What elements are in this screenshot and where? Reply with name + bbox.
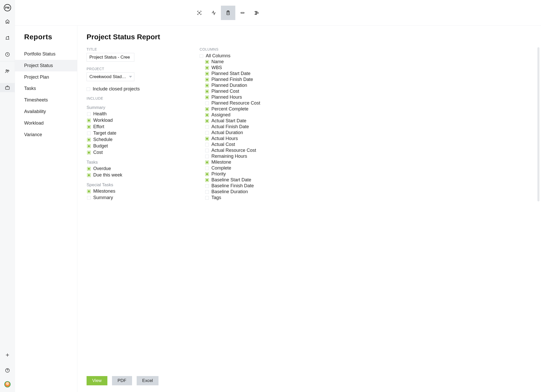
include-checkbox[interactable] <box>87 196 91 200</box>
column-label: Planned Finish Date <box>211 77 253 82</box>
sidebar-item[interactable]: Variance <box>15 129 77 141</box>
pdf-button[interactable]: PDF <box>112 376 132 385</box>
project-select-value: Creekwood Stad… <box>89 74 126 79</box>
include-checkbox[interactable] <box>87 125 91 129</box>
column-checkbox[interactable] <box>205 161 209 164</box>
excel-button[interactable]: Excel <box>137 376 159 385</box>
column-checkbox[interactable] <box>205 60 209 64</box>
column-label: Planned Resource Cost <box>211 100 260 106</box>
include-checkbox[interactable] <box>87 173 91 177</box>
sidebar-item[interactable]: Workload <box>15 117 77 129</box>
svg-point-2 <box>6 70 7 71</box>
column-checkbox[interactable] <box>205 172 209 176</box>
include-checkbox[interactable] <box>87 151 91 154</box>
include-option-label: Workload <box>93 118 113 123</box>
column-checkbox[interactable] <box>205 125 209 129</box>
rail-home[interactable] <box>0 17 15 26</box>
rail-add[interactable] <box>0 350 15 360</box>
column-checkbox[interactable] <box>205 166 209 170</box>
column-label: Planned Duration <box>211 83 247 88</box>
column-checkbox[interactable] <box>205 107 209 111</box>
column-label: Baseline Start Date <box>211 177 251 183</box>
svg-rect-11 <box>255 11 257 12</box>
include-group-heading: Summary <box>87 105 164 110</box>
include-option-label: Health <box>93 111 107 117</box>
project-label: PROJECT <box>87 67 164 71</box>
rail-team[interactable] <box>0 67 15 76</box>
include-checkbox[interactable] <box>87 119 91 122</box>
sidebar-item[interactable]: Tasks <box>15 83 77 94</box>
include-option-label: Schedule <box>93 137 113 142</box>
scan-icon <box>197 10 202 15</box>
all-columns-checkbox[interactable] <box>200 54 203 58</box>
include-closed-checkbox[interactable] <box>87 87 90 91</box>
sidebar-item[interactable]: Project Status <box>15 60 77 71</box>
include-option-label: Cost <box>93 150 103 155</box>
rail-recent[interactable] <box>0 50 15 59</box>
title-input[interactable] <box>87 53 134 62</box>
column-label: Percent Complete <box>211 106 248 112</box>
include-option-label: Milestones <box>93 189 115 194</box>
column-checkbox[interactable] <box>205 131 209 135</box>
column-checkbox[interactable] <box>205 119 209 123</box>
column-checkbox[interactable] <box>205 143 209 146</box>
column-label: Baseline Duration <box>211 189 248 194</box>
include-option-label: Overdue <box>93 166 111 171</box>
column-checkbox[interactable] <box>205 78 209 81</box>
include-checkbox[interactable] <box>87 112 91 116</box>
columns-label: COLUMNS <box>200 47 529 51</box>
avatar[interactable] <box>4 381 11 387</box>
column-checkbox[interactable] <box>205 190 209 194</box>
nav-rail: PM <box>0 0 15 392</box>
column-label: Name <box>211 59 224 64</box>
column-checkbox[interactable] <box>205 113 209 117</box>
column-checkbox[interactable] <box>205 178 209 182</box>
topbar-reports[interactable] <box>221 6 235 20</box>
column-checkbox[interactable] <box>205 155 209 158</box>
include-checkbox[interactable] <box>87 167 91 171</box>
view-button[interactable]: View <box>87 376 107 385</box>
sidebar-item[interactable]: Project Plan <box>15 71 77 83</box>
rail-portfolio[interactable] <box>0 83 15 92</box>
rail-notifications[interactable] <box>0 33 15 43</box>
column-checkbox[interactable] <box>205 90 209 93</box>
column-checkbox[interactable] <box>205 66 209 70</box>
scrollbar[interactable] <box>537 47 539 201</box>
roadmap-icon <box>254 10 259 15</box>
sidebar-title: Reports <box>24 33 77 41</box>
topbar-scan[interactable] <box>192 6 207 20</box>
column-checkbox[interactable] <box>205 72 209 76</box>
column-label: Baseline Finish Date <box>211 183 254 189</box>
sidebar-item[interactable]: Timesheets <box>15 94 77 106</box>
sidebar-item[interactable]: Availability <box>15 106 77 117</box>
topbar-activity[interactable] <box>207 6 221 20</box>
include-group-heading: Tasks <box>87 160 164 165</box>
include-checkbox[interactable] <box>87 138 91 142</box>
panel-title: Project Status Report <box>87 33 541 41</box>
rail-help[interactable] <box>0 366 15 375</box>
topbar-attach[interactable] <box>235 6 250 20</box>
svg-point-0 <box>8 36 9 37</box>
sidebar-item[interactable]: Portfolio Status <box>15 48 77 60</box>
column-label: Remaining Hours <box>211 154 247 159</box>
column-checkbox[interactable] <box>205 96 209 99</box>
column-checkbox[interactable] <box>205 137 209 141</box>
column-checkbox[interactable] <box>205 101 209 105</box>
column-checkbox[interactable] <box>205 184 209 188</box>
include-checkbox[interactable] <box>87 190 91 193</box>
project-select[interactable]: Creekwood Stad… <box>87 72 134 81</box>
activity-icon <box>211 10 216 15</box>
column-checkbox[interactable] <box>205 84 209 87</box>
include-option-label: Target date <box>93 130 116 136</box>
include-checkbox[interactable] <box>87 132 91 135</box>
chevron-down-icon <box>129 76 132 78</box>
column-label: Actual Cost <box>211 142 235 147</box>
include-option-label: Effort <box>93 124 104 129</box>
all-columns-label: All Columns <box>206 53 230 59</box>
attachment-icon <box>240 10 245 15</box>
topbar-roadmap[interactable] <box>250 6 264 20</box>
column-checkbox[interactable] <box>205 149 209 152</box>
column-checkbox[interactable] <box>205 196 209 200</box>
include-checkbox[interactable] <box>87 144 91 148</box>
column-label: Tags <box>211 195 221 200</box>
